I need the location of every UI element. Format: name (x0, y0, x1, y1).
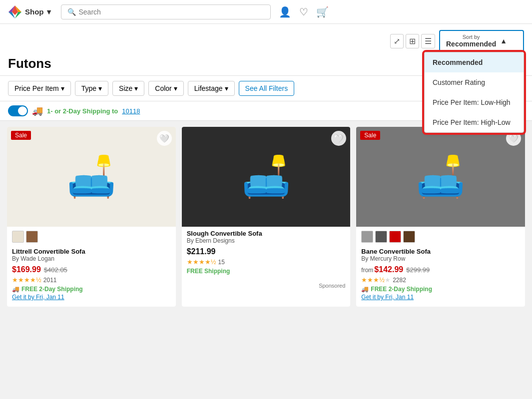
page-title-bar: ⤢ ⊞ ☰ Sort by Recommended ▲ Recommended … (0, 24, 532, 76)
product-info-2: Slough Convertible Sofa By Ebern Designs… (182, 227, 351, 281)
delivery-text-3: Get it by Fri, Jan 11 (361, 294, 520, 301)
list-view-btn[interactable]: ☰ (421, 34, 435, 48)
rating-count-1: 2011 (43, 277, 57, 284)
product-card-2: 🤍 🛋️ Slough Convertible Sofa By Ebern De… (182, 127, 351, 307)
swatch-1b[interactable] (26, 231, 38, 243)
wishlist-btn-1[interactable]: 🤍 (157, 131, 172, 146)
sort-option-customer-rating[interactable]: Customer Rating (425, 72, 524, 92)
price-normal-2: $211.99 (187, 247, 216, 256)
product-card-3: Sale 🤍 🛋️ Bane Convertible Sofa By Mercu… (356, 127, 525, 307)
sort-option-recommended[interactable]: Recommended (425, 52, 524, 72)
profile-icon[interactable]: 👤 (279, 6, 291, 18)
filter-price-per-item[interactable]: Price Per Item ▾ (8, 81, 71, 96)
filter-color[interactable]: Color ▾ (148, 81, 183, 96)
search-bar[interactable]: 🔍 (61, 4, 271, 19)
filter-lifestage-chevron-icon: ▾ (225, 84, 228, 92)
free-shipping-2: FREE Shipping (187, 268, 346, 275)
rating-row-2: ★★★★½ 15 (187, 258, 346, 266)
shipping-text: 1- or 2-Day Shipping to (47, 107, 118, 115)
view-sort-row: ⤢ ⊞ ☰ Sort by Recommended ▲ Recommended … (8, 30, 524, 56)
color-swatches-3 (356, 227, 525, 245)
swatch-3a[interactable] (361, 231, 373, 243)
sale-badge-3: Sale (360, 131, 380, 140)
grid-view-btn[interactable]: ⊞ (406, 34, 419, 48)
shipping-label-3: FREE 2-Day Shipping (371, 286, 432, 293)
rating-count-3: 2282 (393, 277, 406, 284)
product-info-1: Littrell Convertible Sofa By Wade Logan … (7, 245, 176, 307)
sort-current-value: Recommended (446, 40, 496, 48)
cart-icon[interactable]: 🛒 (316, 6, 329, 18)
external-link-view-btn[interactable]: ⤢ (390, 34, 404, 48)
logo-icon (8, 5, 22, 19)
sponsored-tag-2: Sponsored (182, 281, 351, 292)
rating-count-2: 15 (218, 259, 225, 266)
truck-icon: 🚚 (32, 105, 43, 116)
product-brand-1: By Wade Logan (12, 255, 171, 262)
product-image-1[interactable]: 🛋️ (7, 127, 176, 227)
svg-marker-1 (12, 5, 18, 15)
filter-type-label: Type (81, 84, 96, 92)
search-input[interactable] (79, 8, 264, 16)
color-swatches-1 (7, 227, 176, 245)
swatch-3b[interactable] (375, 231, 387, 243)
product-title-3: Bane Convertible Sofa (361, 248, 520, 255)
product-title-1: Littrell Convertible Sofa (12, 248, 171, 255)
products-grid: Sale 🤍 🛋️ Littrell Convertible Sofa By W… (0, 121, 532, 313)
filter-lifestage[interactable]: Lifestage ▾ (188, 81, 235, 96)
product-brand-3: By Mercury Row (361, 255, 520, 262)
price-current-3: $142.99 (374, 265, 403, 274)
sort-option-price-low-high[interactable]: Price Per Item: Low-High (425, 92, 524, 112)
swatch-3c[interactable] (389, 231, 401, 243)
truck-icon-3: 🚚 (361, 286, 369, 293)
header-icons: 👤 ♡ 🛒 (279, 6, 329, 18)
stars-2: ★★★★ (187, 258, 211, 266)
product-image-2[interactable]: 🛋️ (182, 127, 351, 227)
sort-button[interactable]: Sort by Recommended ▲ (439, 30, 524, 52)
sort-dropdown-wrapper: Sort by Recommended ▲ Recommended Custom… (439, 30, 524, 52)
wishlist-btn-3[interactable]: 🤍 (506, 131, 521, 146)
truck-icon-1: 🚚 (12, 286, 19, 293)
filter-size[interactable]: Size ▾ (112, 81, 144, 96)
filter-size-chevron-icon: ▾ (134, 84, 138, 92)
filter-price-label: Price Per Item (14, 84, 59, 92)
delivery-text-1: Get it by Fri, Jan 11 (12, 294, 171, 301)
product-card-1: Sale 🤍 🛋️ Littrell Convertible Sofa By W… (7, 127, 176, 307)
price-row-1: $169.99 $402.05 (12, 265, 171, 274)
price-original-1: $402.05 (44, 266, 67, 274)
filter-type[interactable]: Type ▾ (75, 81, 108, 96)
see-all-label: See All Filters (245, 84, 288, 92)
price-original-3: $299.99 (406, 266, 430, 274)
shop-logo[interactable]: Shop ▾ (8, 5, 51, 19)
product-info-3: Bane Convertible Sofa By Mercury Row fro… (356, 245, 525, 307)
product-title-2: Slough Convertible Sofa (187, 230, 346, 237)
stars-1: ★★★★ (12, 276, 36, 284)
shop-label: Shop (25, 7, 44, 16)
shipping-zip[interactable]: 10118 (122, 107, 140, 115)
price-current-1: $169.99 (12, 265, 41, 274)
price-row-3: from $142.99 $299.99 (361, 265, 520, 274)
sale-badge-1: Sale (11, 131, 31, 140)
free-shipping-1: 🚚 FREE 2-Day Shipping (12, 286, 171, 293)
shipping-toggle[interactable] (8, 105, 28, 116)
sort-option-price-high-low[interactable]: Price Per Item: High-Low (425, 112, 524, 132)
swatch-1a[interactable] (12, 231, 24, 243)
see-all-filters-btn[interactable]: See All Filters (239, 81, 295, 96)
sort-label: Sort by (446, 34, 496, 40)
toggle-knob (18, 106, 27, 115)
sort-btn-content: Sort by Recommended (446, 34, 496, 48)
product-image-3[interactable]: 🛋️ (356, 127, 525, 227)
filter-lifestage-label: Lifestage (194, 84, 223, 92)
chevron-up-icon: ▲ (500, 37, 507, 45)
shop-chevron-icon: ▾ (47, 7, 51, 16)
filter-price-chevron-icon: ▾ (61, 84, 64, 92)
filter-color-chevron-icon: ▾ (174, 84, 177, 92)
swatch-3d[interactable] (403, 231, 415, 243)
filter-size-label: Size (119, 84, 132, 92)
price-row-2: $211.99 (187, 247, 346, 256)
filter-type-chevron-icon: ▾ (98, 84, 102, 92)
product-brand-2: By Ebern Designs (187, 237, 346, 244)
heart-icon[interactable]: ♡ (299, 6, 308, 18)
sort-dropdown-menu: Recommended Customer Rating Price Per It… (424, 52, 524, 133)
filter-color-label: Color (155, 84, 171, 92)
shipping-label-2: FREE Shipping (187, 268, 230, 275)
